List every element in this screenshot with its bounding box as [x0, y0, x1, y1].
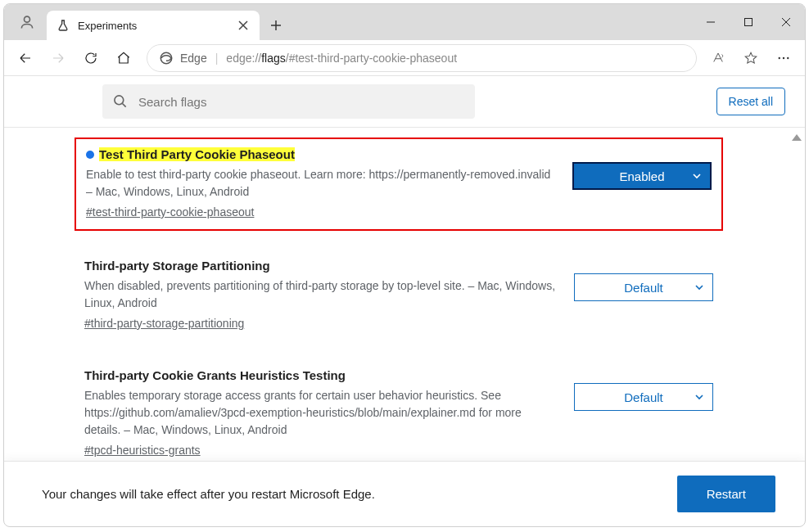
- flag-control: Default: [574, 383, 713, 411]
- close-window-button[interactable]: [767, 9, 805, 35]
- favorite-button[interactable]: [736, 43, 766, 73]
- flag-description: When disabled, prevents partitioning of …: [84, 277, 561, 312]
- flag-main: Third-party Cookie Grants Heuristics Tes…: [84, 368, 561, 458]
- plus-icon: [270, 20, 282, 31]
- flags-list[interactable]: Test Third Party Cookie PhaseoutEnable t…: [4, 128, 805, 461]
- titlebar: Experiments: [4, 4, 805, 40]
- flag-control: Enabled: [572, 162, 712, 190]
- refresh-icon: [84, 51, 98, 65]
- restart-button[interactable]: Restart: [677, 476, 775, 512]
- svg-point-3: [779, 56, 780, 58]
- flag-select-value: Default: [624, 281, 663, 295]
- forward-button[interactable]: [43, 43, 73, 73]
- flag-title: Test Third Party Cookie Phaseout: [99, 147, 295, 161]
- arrow-left-icon: [18, 51, 33, 65]
- flags-search-row: Reset all: [4, 76, 805, 128]
- chevron-down-icon: [694, 392, 704, 402]
- chevron-down-icon: [692, 171, 702, 181]
- tab-title: Experiments: [78, 20, 235, 32]
- home-button[interactable]: [109, 43, 138, 73]
- back-button[interactable]: [11, 43, 40, 73]
- flag-title: Third-party Cookie Grants Heuristics Tes…: [84, 368, 346, 382]
- address-bar[interactable]: Edge | edge://flags/#test-third-party-co…: [147, 44, 697, 72]
- url-host: flags: [261, 52, 286, 65]
- restart-message: Your changes will take effect after you …: [42, 487, 375, 501]
- star-icon: [743, 51, 758, 65]
- refresh-button[interactable]: [76, 43, 106, 73]
- flag-select-value: Default: [624, 390, 663, 404]
- url-scheme: edge://: [226, 52, 261, 65]
- new-tab-button[interactable]: [260, 11, 292, 40]
- minimize-icon: [706, 17, 716, 27]
- chevron-down-icon: [694, 282, 704, 292]
- restart-bar: Your changes will take effect after you …: [4, 461, 805, 526]
- tab-close-button[interactable]: [235, 17, 251, 34]
- svg-point-0: [25, 16, 30, 22]
- close-icon: [781, 17, 791, 27]
- more-icon: [776, 51, 791, 65]
- flag-anchor-link[interactable]: #third-party-storage-partitioning: [84, 317, 244, 330]
- flag-select-value: Enabled: [619, 169, 664, 183]
- flag-description: Enable to test third-party cookie phaseo…: [86, 166, 559, 201]
- search-icon: [112, 93, 129, 110]
- read-aloud-button[interactable]: [703, 43, 733, 73]
- maximize-button[interactable]: [730, 9, 767, 35]
- minimize-button[interactable]: [692, 9, 730, 35]
- page-content: Reset all Test Third Party Cookie Phaseo…: [4, 76, 805, 526]
- flag-title: Third-party Storage Partitioning: [84, 259, 270, 273]
- profile-button[interactable]: [11, 4, 43, 40]
- svg-point-5: [787, 56, 789, 58]
- flags-search-input[interactable]: [137, 94, 465, 110]
- maximize-icon: [743, 17, 753, 27]
- flag-anchor-link[interactable]: #test-third-party-cookie-phaseout: [86, 205, 254, 219]
- flag-main: Third-party Storage PartitioningWhen dis…: [84, 259, 561, 331]
- flag-item: Test Third Party Cookie PhaseoutEnable t…: [75, 138, 723, 231]
- flag-select[interactable]: Default: [574, 273, 713, 301]
- url-path: /#test-third-party-cookie-phaseout: [286, 52, 457, 65]
- flask-icon: [56, 19, 70, 32]
- browser-window: Experiments: [3, 3, 806, 527]
- avatar-icon: [19, 14, 35, 30]
- window-controls: [692, 4, 805, 40]
- flag-item: Third-party Storage PartitioningWhen dis…: [75, 250, 723, 340]
- svg-point-4: [783, 56, 784, 58]
- svg-rect-1: [745, 19, 753, 26]
- flag-description: Enables temporary storage access grants …: [84, 387, 561, 439]
- tab-experiments[interactable]: Experiments: [47, 11, 260, 40]
- flags-search-box[interactable]: [102, 84, 475, 119]
- close-icon: [238, 20, 248, 30]
- flag-select[interactable]: Enabled: [572, 162, 712, 190]
- svg-point-2: [160, 52, 172, 64]
- flag-main: Test Third Party Cookie PhaseoutEnable t…: [86, 147, 559, 219]
- modified-dot-icon: [86, 151, 94, 159]
- toolbar: Edge | edge://flags/#test-third-party-co…: [4, 40, 805, 76]
- scroll-up-caret-icon: [792, 134, 802, 141]
- reset-all-button[interactable]: Reset all: [716, 88, 785, 115]
- flag-item: Third-party Cookie Grants Heuristics Tes…: [75, 360, 723, 461]
- menu-button[interactable]: [769, 43, 798, 73]
- edge-logo-icon: [159, 51, 174, 65]
- arrow-right-icon: [51, 51, 66, 65]
- flag-anchor-link[interactable]: #tpcd-heuristics-grants: [84, 444, 201, 457]
- read-aloud-icon: [711, 51, 725, 65]
- svg-point-6: [115, 96, 124, 105]
- site-identity-label: Edge: [180, 52, 207, 65]
- flag-select[interactable]: Default: [574, 383, 713, 411]
- flag-control: Default: [574, 273, 713, 301]
- address-divider: |: [215, 52, 219, 65]
- home-icon: [116, 51, 131, 65]
